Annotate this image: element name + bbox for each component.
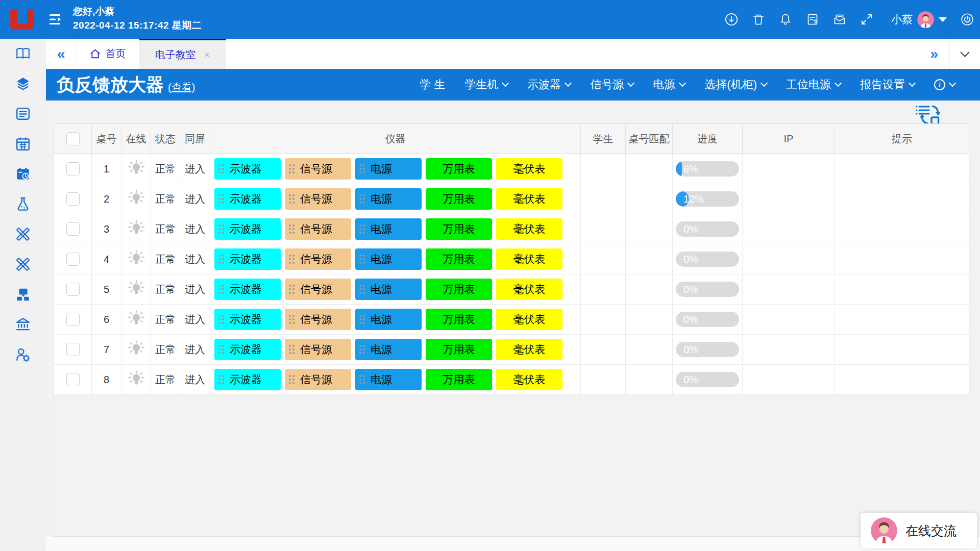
user-avatar[interactable]: [917, 11, 934, 28]
drag-handle-icon[interactable]: [289, 345, 295, 354]
instrument-oscilloscope[interactable]: 示波器: [214, 248, 281, 270]
tabs-expand-icon[interactable]: »: [930, 47, 938, 61]
mail-icon[interactable]: [833, 13, 846, 26]
instrument-millivoltmeter[interactable]: 毫伏表: [496, 188, 562, 210]
view-switch-icon[interactable]: [916, 104, 941, 126]
instrument-signal-source[interactable]: 信号源: [285, 248, 351, 270]
view-link[interactable]: (查看): [168, 81, 195, 94]
menu-item-select-cabinet[interactable]: 选择(机柜): [695, 77, 776, 92]
row-checkbox[interactable]: [66, 343, 80, 356]
tab-electronic-classroom[interactable]: 电子教室 ×: [139, 39, 226, 69]
sidebar-item-design-1[interactable]: [15, 227, 31, 242]
instrument-millivoltmeter[interactable]: 毫伏表: [496, 158, 562, 180]
drag-handle-icon[interactable]: [359, 164, 365, 173]
row-checkbox[interactable]: [66, 313, 80, 326]
bulb-icon[interactable]: [127, 340, 146, 359]
trash-icon[interactable]: [752, 13, 765, 26]
drag-handle-icon[interactable]: [218, 224, 224, 234]
sidebar-item-workstations[interactable]: [15, 287, 31, 302]
sidebar-item-schedule[interactable]: [15, 136, 31, 152]
instrument-oscilloscope[interactable]: 示波器: [214, 188, 281, 210]
sidebar-item-courseware[interactable]: [15, 46, 31, 61]
instrument-power-supply[interactable]: 电源: [355, 158, 422, 180]
instrument-power-supply[interactable]: 电源: [355, 369, 422, 390]
drag-handle-icon[interactable]: [289, 315, 295, 324]
instrument-signal-source[interactable]: 信号源: [285, 309, 351, 330]
drag-handle-icon[interactable]: [218, 194, 224, 204]
drag-handle-icon[interactable]: [218, 285, 224, 294]
menu-item-oscilloscope[interactable]: 示波器: [518, 77, 580, 92]
bulb-icon[interactable]: [127, 310, 146, 329]
menu-unfold-icon[interactable]: [50, 14, 64, 25]
drag-handle-icon[interactable]: [359, 315, 365, 324]
instrument-multimeter[interactable]: 万用表: [426, 248, 492, 270]
enter-screen-link[interactable]: 进入: [180, 244, 210, 274]
enter-screen-link[interactable]: 进入: [180, 305, 210, 335]
drag-handle-icon[interactable]: [218, 375, 224, 384]
bulb-icon[interactable]: [127, 370, 146, 389]
drag-handle-icon[interactable]: [359, 285, 365, 294]
enter-screen-link[interactable]: 进入: [180, 184, 210, 214]
drag-handle-icon[interactable]: [289, 285, 295, 294]
drag-handle-icon[interactable]: [289, 224, 295, 234]
sidebar-item-institution[interactable]: [15, 317, 31, 332]
instrument-power-supply[interactable]: 电源: [355, 339, 422, 360]
bulb-icon[interactable]: [127, 280, 146, 299]
bulb-icon[interactable]: [127, 219, 146, 239]
instrument-signal-source[interactable]: 信号源: [285, 279, 351, 300]
drag-handle-icon[interactable]: [289, 194, 295, 204]
instrument-oscilloscope[interactable]: 示波器: [214, 279, 281, 300]
instrument-oscilloscope[interactable]: 示波器: [214, 158, 281, 180]
instrument-multimeter[interactable]: 万用表: [426, 309, 492, 330]
row-checkbox[interactable]: [66, 373, 80, 386]
drag-handle-icon[interactable]: [289, 255, 295, 264]
row-checkbox[interactable]: [66, 222, 80, 236]
drag-handle-icon[interactable]: [359, 375, 365, 384]
sidebar-item-design-2[interactable]: [15, 257, 31, 272]
instrument-millivoltmeter[interactable]: 毫伏表: [496, 218, 562, 240]
instrument-signal-source[interactable]: 信号源: [285, 188, 351, 210]
instrument-oscilloscope[interactable]: 示波器: [214, 218, 281, 240]
user-menu[interactable]: 小蔡: [891, 11, 947, 28]
bulb-icon[interactable]: [127, 249, 146, 269]
instrument-multimeter[interactable]: 万用表: [426, 279, 492, 300]
drag-handle-icon[interactable]: [289, 375, 295, 384]
bulb-icon[interactable]: [127, 159, 146, 179]
instrument-millivoltmeter[interactable]: 毫伏表: [496, 279, 562, 300]
instrument-oscilloscope[interactable]: 示波器: [214, 339, 281, 360]
menu-item-power-supply[interactable]: 电源: [643, 77, 695, 92]
enter-screen-link[interactable]: 进入: [180, 274, 210, 305]
drag-handle-icon[interactable]: [218, 315, 224, 324]
drag-handle-icon[interactable]: [289, 164, 295, 173]
instrument-millivoltmeter[interactable]: 毫伏表: [496, 248, 562, 270]
instrument-multimeter[interactable]: 万用表: [426, 218, 492, 240]
row-checkbox[interactable]: [66, 253, 80, 266]
fullscreen-icon[interactable]: [860, 13, 873, 26]
drag-handle-icon[interactable]: [359, 224, 365, 234]
instrument-millivoltmeter[interactable]: 毫伏表: [496, 309, 562, 330]
instrument-power-supply[interactable]: 电源: [355, 248, 422, 270]
drag-handle-icon[interactable]: [359, 255, 365, 264]
instrument-oscilloscope[interactable]: 示波器: [214, 309, 281, 330]
instrument-power-supply[interactable]: 电源: [355, 309, 422, 330]
tab-close-icon[interactable]: ×: [204, 49, 210, 61]
instrument-millivoltmeter[interactable]: 毫伏表: [496, 369, 562, 390]
sidebar-item-resources[interactable]: [15, 76, 31, 91]
tab-home[interactable]: 首页: [76, 39, 139, 69]
instrument-power-supply[interactable]: 电源: [355, 188, 422, 210]
download-icon[interactable]: [725, 13, 738, 26]
menu-item-students[interactable]: 学 生: [410, 77, 455, 92]
menu-item-student-pc[interactable]: 学生机: [455, 77, 518, 92]
bulb-icon[interactable]: [127, 189, 146, 209]
drag-handle-icon[interactable]: [218, 345, 224, 354]
tab-list-dropdown[interactable]: [949, 39, 980, 69]
menu-item-signal-source[interactable]: 信号源: [580, 77, 643, 92]
row-checkbox[interactable]: [66, 283, 80, 296]
instrument-millivoltmeter[interactable]: 毫伏表: [496, 339, 562, 360]
enter-screen-link[interactable]: 进入: [180, 154, 210, 184]
instrument-multimeter[interactable]: 万用表: [426, 188, 492, 210]
instrument-multimeter[interactable]: 万用表: [426, 158, 492, 180]
menu-item-report-settings[interactable]: 报告设置: [850, 77, 924, 92]
instrument-signal-source[interactable]: 信号源: [285, 218, 351, 240]
report-question-icon[interactable]: [806, 13, 819, 26]
